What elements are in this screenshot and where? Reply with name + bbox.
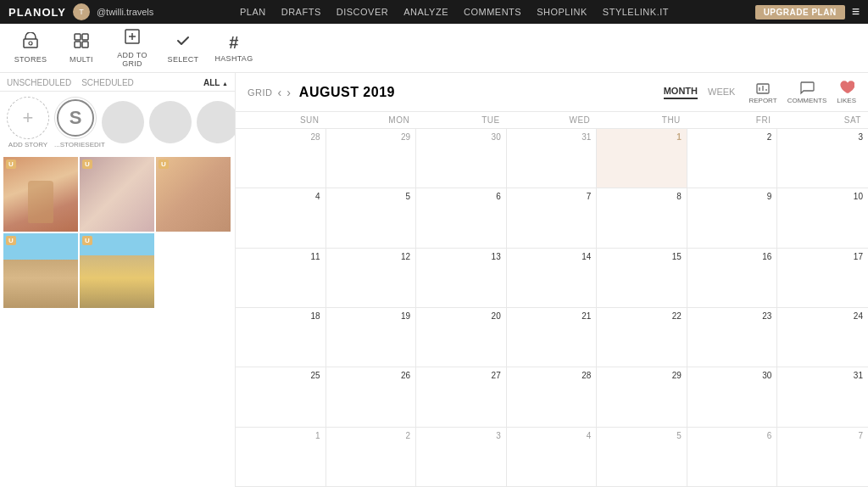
table-row[interactable]: 17 [777,249,868,307]
unscheduled-badge: U [82,160,92,169]
table-row[interactable]: 28 [236,129,326,188]
avatar: T [73,3,90,20]
table-row[interactable]: 4 [507,428,598,486]
day-number: 30 [421,132,501,142]
multi-label: MULTI [70,55,93,64]
table-row[interactable]: 5 [597,428,687,486]
stores-tool[interactable]: STORES [7,27,54,70]
table-row[interactable]: 25 [236,367,326,426]
table-row[interactable]: 27 [416,367,507,426]
tab-all[interactable]: ALL ▲ [203,78,228,91]
table-row[interactable]: 16 [687,249,778,307]
table-row[interactable]: 29 [597,367,687,426]
day-number: 3 [421,431,501,440]
table-row[interactable]: 1 [597,129,687,188]
table-row[interactable]: 3 [416,428,507,486]
table-row[interactable]: 22 [597,308,687,367]
add-story-button[interactable]: + [7,97,49,139]
table-row[interactable]: 18 [236,308,326,367]
day-number: 22 [602,311,682,321]
nav-plan[interactable]: PLAN [240,7,266,17]
grid-label[interactable]: GRID [248,87,273,98]
table-row[interactable]: 24 [777,308,868,367]
calendar-week: 1234567 [236,428,868,487]
table-row[interactable]: 30 [416,129,507,188]
nav-shoplink[interactable]: SHOPLINK [537,7,587,17]
story-circle-2[interactable] [149,101,192,143]
story-circle-1[interactable] [102,101,144,143]
table-row[interactable]: 21 [507,308,598,367]
table-row[interactable]: 10 [777,188,868,247]
day-number: 20 [421,311,501,321]
nav-comments[interactable]: COMMENTS [464,7,521,17]
day-number: 18 [241,311,320,321]
s-icon: S [57,99,94,137]
table-row[interactable]: 30 [687,367,778,426]
table-row[interactable]: 31 [507,129,598,188]
table-row[interactable]: 4 [236,188,326,247]
day-number: 16 [693,252,772,261]
tab-scheduled[interactable]: SCHEDULED [81,78,134,91]
week-view-button[interactable]: WEEK [708,87,735,98]
main-layout: UNSCHEDULED SCHEDULED ALL ▲ + ADD STORY … [0,73,868,487]
list-item[interactable]: U [3,157,78,232]
hashtag-tool[interactable]: # HASHTAG [210,27,258,70]
list-item[interactable]: U [80,233,154,308]
stories-edit-circle[interactable]: S [54,97,97,139]
report-button[interactable]: REPORT [748,80,776,104]
table-row[interactable]: 5 [326,188,417,247]
day-number: 5 [331,192,411,201]
table-row[interactable]: 29 [326,129,417,188]
multi-tool[interactable]: MULTI [58,27,105,70]
table-row[interactable]: 31 [777,367,868,426]
table-row[interactable]: 11 [236,249,326,307]
add-to-grid-tool[interactable]: ADD TO GRID [108,27,156,70]
select-tool[interactable]: SELECT [159,27,207,70]
table-row[interactable]: 28 [507,367,598,426]
day-number: 2 [693,132,772,142]
day-number: 6 [421,192,501,201]
table-row[interactable]: 9 [687,188,778,247]
table-row[interactable]: 19 [326,308,417,367]
add-to-grid-icon [124,28,141,49]
nav-analyze[interactable]: ANALYZE [403,7,448,17]
nav-discover[interactable]: DISCOVER [337,7,388,17]
table-row[interactable]: 1 [236,428,326,486]
table-row[interactable]: 14 [507,249,598,307]
table-row[interactable]: 8 [597,188,687,247]
unscheduled-badge: U [6,160,16,169]
table-row[interactable]: 2 [687,129,778,188]
story-circle-3[interactable] [197,101,236,143]
day-number: 29 [331,132,411,142]
svg-point-1 [29,42,32,45]
table-row[interactable]: 12 [326,249,417,307]
tab-unscheduled[interactable]: UNSCHEDULED [7,78,71,91]
likes-button[interactable]: LIKES [837,80,856,104]
upgrade-plan-button[interactable]: UPGRADE PLAN [755,5,845,20]
day-number: 9 [693,192,772,201]
month-view-button[interactable]: MONTH [664,86,698,99]
view-buttons: MONTH WEEK [664,86,736,99]
table-row[interactable]: 7 [777,428,868,486]
hamburger-icon[interactable]: ≡ [852,4,860,20]
comments-button[interactable]: COMMENTS [787,80,827,104]
table-row[interactable]: 26 [326,367,417,426]
prev-month-button[interactable]: ‹ [278,86,282,99]
list-item[interactable]: U [156,157,231,232]
calendar-week: 28293031123 [236,129,868,188]
table-row[interactable]: 20 [416,308,507,367]
table-row[interactable]: 23 [687,308,778,367]
table-row[interactable]: 15 [597,249,687,307]
table-row[interactable]: 6 [687,428,778,486]
table-row[interactable]: 3 [777,129,868,188]
nav-stylelink[interactable]: STYLELINK.IT [603,7,669,17]
svg-rect-5 [82,42,88,48]
nav-drafts[interactable]: DRAFTS [281,7,321,17]
table-row[interactable]: 13 [416,249,507,307]
list-item[interactable]: U [80,157,154,232]
list-item[interactable]: U [3,233,78,308]
table-row[interactable]: 2 [326,428,417,486]
table-row[interactable]: 7 [507,188,598,247]
next-month-button[interactable]: › [287,86,291,99]
table-row[interactable]: 6 [416,188,507,247]
